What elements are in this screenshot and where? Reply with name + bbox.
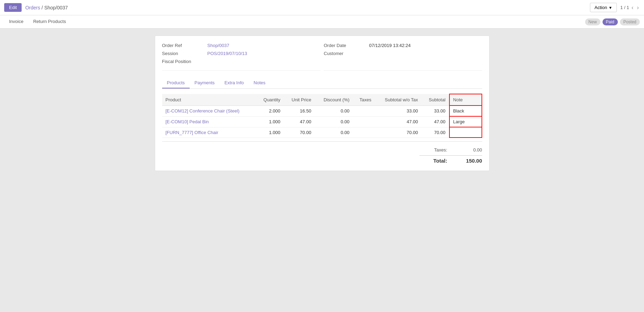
subtotal: 47.00 (422, 116, 449, 127)
date-row: Order Date 07/12/2019 13:42:24 (324, 43, 482, 48)
quantity: 2.000 (256, 106, 283, 116)
note: Black (449, 106, 482, 116)
chevron-down-icon: ▼ (608, 6, 612, 10)
total-row: Total: 150.00 (419, 155, 482, 164)
breadcrumb-current: Shop/0037 (44, 5, 68, 10)
product-name: [E-COM12] Conference Chair (Steel) (162, 106, 256, 116)
main-content: Order Ref Shop/0037 Session POS/2019/07/… (0, 29, 644, 178)
next-page-button[interactable]: › (636, 5, 640, 11)
fiscal-row: Fiscal Position (162, 59, 320, 64)
taxes (353, 127, 375, 138)
inner-tab-products[interactable]: Products (162, 78, 190, 88)
inner-tab-notes[interactable]: Notes (249, 78, 270, 88)
order-info: Order Ref Shop/0037 Session POS/2019/07/… (162, 43, 482, 71)
col-taxes: Taxes (353, 94, 375, 106)
product-link[interactable]: [E-COM12] Conference Chair (Steel) (166, 108, 240, 114)
customer-row: Customer (324, 51, 482, 56)
table-row: [FURN_7777] Office Chair 1.000 70.00 0.0… (162, 127, 482, 138)
col-note: Note (449, 94, 482, 106)
order-ref-label: Order Ref (162, 43, 207, 48)
inner-tabs: Products Payments Extra Info Notes (162, 78, 482, 89)
discount: 0.00 (315, 116, 353, 127)
table-header-row: Product Quantity Unit Price Discount (%)… (162, 94, 482, 106)
date-value: 07/12/2019 13:42:24 (369, 43, 411, 48)
col-quantity: Quantity (256, 94, 283, 106)
inner-tab-extra-info[interactable]: Extra Info (220, 78, 249, 88)
col-subtotal: Subtotal (422, 94, 449, 106)
table-row: [E-COM10] Pedal Bin 1.000 47.00 0.00 47.… (162, 116, 482, 127)
status-bar: New Paid Posted (585, 16, 640, 28)
edit-button[interactable]: Edit (4, 3, 22, 12)
discount: 0.00 (315, 106, 353, 116)
discount: 0.00 (315, 127, 353, 138)
products-table: Product Quantity Unit Price Discount (%)… (162, 94, 482, 138)
col-subtotal-wo-tax: Subtotal w/o Tax (375, 94, 422, 106)
quantity: 1.000 (256, 127, 283, 138)
order-ref-value: Shop/0037 (207, 43, 229, 48)
col-discount: Discount (%) (315, 94, 353, 106)
subtotal: 33.00 (422, 106, 449, 116)
taxes-value: 0.00 (458, 147, 482, 153)
order-info-left: Order Ref Shop/0037 Session POS/2019/07/… (162, 43, 320, 71)
note: Large (449, 116, 482, 127)
quantity: 1.000 (256, 116, 283, 127)
action-button[interactable]: Action ▼ (590, 3, 617, 12)
top-bar: Edit Orders / Shop/0037 Action ▼ 1 / 1 ‹… (0, 0, 644, 15)
session-label: Session (162, 51, 207, 56)
prev-page-button[interactable]: ‹ (630, 5, 634, 11)
product-link[interactable]: [E-COM10] Pedal Bin (166, 119, 209, 124)
taxes-label: Taxes: (419, 147, 447, 153)
col-unit-price: Unit Price (284, 94, 315, 106)
order-card: Order Ref Shop/0037 Session POS/2019/07/… (155, 36, 490, 171)
unit-price: 47.00 (284, 116, 315, 127)
order-info-right: Order Date 07/12/2019 13:42:24 Customer (324, 43, 482, 71)
tab-invoice[interactable]: Invoice (4, 15, 28, 28)
divider (162, 141, 482, 142)
session-value: POS/2019/07/10/13 (207, 51, 247, 56)
session-row: Session POS/2019/07/10/13 (162, 51, 320, 56)
order-ref-link[interactable]: Shop/0037 (207, 43, 229, 48)
tab-return-products[interactable]: Return Products (28, 15, 71, 28)
taxes-row: Taxes: 0.00 (419, 147, 482, 153)
subtotal-wo-tax: 33.00 (375, 106, 422, 116)
status-posted: Posted (620, 18, 640, 25)
breadcrumb: Orders / Shop/0037 (25, 5, 586, 10)
status-new: New (585, 18, 600, 25)
inner-tab-payments[interactable]: Payments (190, 78, 220, 88)
order-ref-row: Order Ref Shop/0037 (162, 43, 320, 48)
subtotal-wo-tax: 70.00 (375, 127, 422, 138)
subtotal: 70.00 (422, 127, 449, 138)
product-name: [E-COM10] Pedal Bin (162, 116, 256, 127)
product-link[interactable]: [FURN_7777] Office Chair (166, 130, 219, 135)
fiscal-label: Fiscal Position (162, 59, 207, 64)
customer-label: Customer (324, 51, 369, 56)
status-paid: Paid (603, 18, 618, 25)
taxes (353, 106, 375, 116)
pagination-text: 1 / 1 (620, 5, 629, 10)
total-label: Total: (419, 158, 447, 164)
col-product: Product (162, 94, 256, 106)
product-name: [FURN_7777] Office Chair (162, 127, 256, 138)
breadcrumb-separator: / (41, 5, 44, 10)
table-row: [E-COM12] Conference Chair (Steel) 2.000… (162, 106, 482, 116)
pagination: 1 / 1 ‹ › (620, 5, 640, 11)
date-label: Order Date (324, 43, 369, 48)
total-value: 150.00 (458, 158, 482, 164)
unit-price: 16.50 (284, 106, 315, 116)
subtotal-wo-tax: 47.00 (375, 116, 422, 127)
totals-section: Taxes: 0.00 Total: 150.00 (162, 147, 482, 164)
tab-bar: Invoice Return Products New Paid Posted (0, 15, 644, 29)
session-link[interactable]: POS/2019/07/10/13 (207, 51, 247, 56)
breadcrumb-parent[interactable]: Orders (25, 5, 40, 10)
taxes (353, 116, 375, 127)
note (449, 127, 482, 138)
unit-price: 70.00 (284, 127, 315, 138)
action-label: Action (594, 5, 607, 10)
